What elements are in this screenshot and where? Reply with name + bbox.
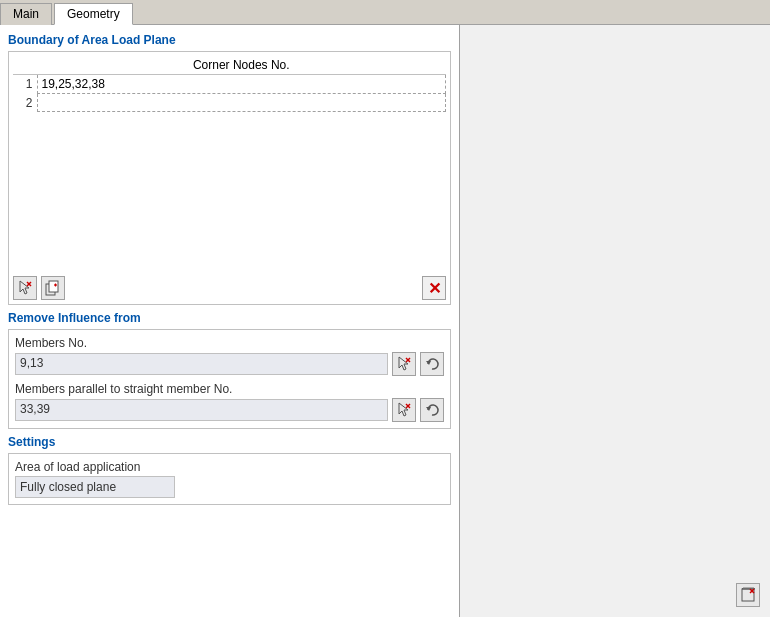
members-input-row: 9,13: [15, 352, 444, 376]
svg-rect-4: [49, 281, 58, 292]
row-num-2: 2: [13, 94, 37, 112]
parallel-input-row: 33,39: [15, 398, 444, 422]
boundary-actions: ✕: [13, 276, 446, 300]
row-num-1: 1: [13, 75, 37, 94]
members-label: Members No.: [15, 336, 444, 350]
area-label: Area of load application: [15, 460, 444, 474]
content-area: Boundary of Area Load Plane Corner Nodes…: [0, 25, 770, 617]
boundary-title: Boundary of Area Load Plane: [8, 33, 451, 47]
table-row: 2: [13, 94, 446, 112]
view-icon: [740, 587, 756, 603]
boundary-table: Corner Nodes No. 1 19,25,32,38 2: [13, 56, 446, 112]
parallel-cursor-icon: [396, 402, 412, 418]
tab-bar: Main Geometry: [0, 0, 770, 25]
undo2-icon: [424, 402, 440, 418]
undo-icon: [424, 356, 440, 372]
tab-geometry[interactable]: Geometry: [54, 3, 133, 25]
boundary-section: Boundary of Area Load Plane Corner Nodes…: [8, 33, 451, 305]
members-undo-button[interactable]: [420, 352, 444, 376]
remove-influence-title: Remove Influence from: [8, 311, 451, 325]
row-data-2[interactable]: [37, 94, 446, 112]
boundary-actions-left: [13, 276, 65, 300]
row-data-1[interactable]: 19,25,32,38: [37, 75, 446, 94]
settings-title: Settings: [8, 435, 451, 449]
right-panel-icon-button[interactable]: [736, 583, 760, 607]
corner-nodes-header: Corner Nodes No.: [37, 56, 446, 75]
cursor-select-button[interactable]: [13, 276, 37, 300]
parallel-undo-button[interactable]: [420, 398, 444, 422]
parallel-label: Members parallel to straight member No.: [15, 382, 444, 396]
copy-icon: [45, 280, 61, 296]
delete-icon: ✕: [428, 279, 441, 298]
left-panel: Boundary of Area Load Plane Corner Nodes…: [0, 25, 460, 617]
settings-section: Settings Area of load application Fully …: [8, 435, 451, 505]
area-dropdown[interactable]: Fully closed plane: [15, 476, 175, 498]
delete-row-button[interactable]: ✕: [422, 276, 446, 300]
members-input[interactable]: 9,13: [15, 353, 388, 375]
tab-main[interactable]: Main: [0, 3, 52, 25]
members-select-button[interactable]: [392, 352, 416, 376]
svg-marker-10: [426, 361, 431, 365]
parallel-select-button[interactable]: [392, 398, 416, 422]
parallel-input[interactable]: 33,39: [15, 399, 388, 421]
remove-influence-section: Remove Influence from Members No. 9,13: [8, 311, 451, 429]
members-cursor-icon: [396, 356, 412, 372]
table-row: 1 19,25,32,38: [13, 75, 446, 94]
copy-nodes-button[interactable]: [41, 276, 65, 300]
cursor-x-icon: [17, 280, 33, 296]
right-panel: [460, 25, 770, 617]
svg-marker-14: [426, 407, 431, 411]
